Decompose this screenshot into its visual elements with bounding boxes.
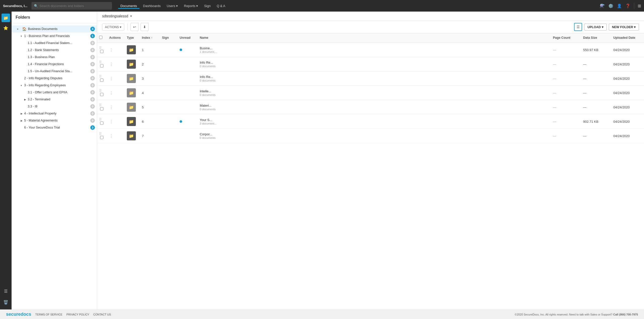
download-button[interactable]: ⬇ [141, 23, 149, 31]
tree-badge: 0 [90, 83, 95, 88]
nav-documents[interactable]: Documents [118, 3, 140, 9]
tree-item[interactable]: ▾ 1 - Business Plan and Financials 1 [12, 32, 97, 39]
tree-badge: 0 [90, 48, 95, 52]
tree-item[interactable]: 2 - Info Regarding Disputes 0 [12, 75, 97, 82]
privacy-link[interactable]: PRIVACY POLICY [66, 313, 89, 316]
row-drag-handle: ⠿ [97, 57, 107, 71]
star-strip-btn[interactable]: ⭐ [2, 24, 10, 32]
row-sign [160, 57, 178, 71]
tree-label: 1.1 - Audited Financial Statem... [28, 41, 90, 45]
tree-toggle: ▾ [17, 28, 21, 30]
col-header-size: Data Size [581, 33, 611, 43]
row-actions[interactable]: ⋮ [107, 100, 125, 114]
tree-item[interactable]: 1.3 - Business Plan 0 [12, 54, 97, 61]
tree-item[interactable]: ▾ 3 - Info Regarding Employees 0 [12, 82, 97, 89]
row-actions[interactable]: ⋮ [107, 86, 125, 100]
undo-button[interactable]: ↩ [131, 23, 139, 31]
row-action-dots[interactable]: ⋮ [109, 91, 113, 95]
copyright-text: ©2020 SecureDocs, Inc. All rights reserv… [515, 313, 612, 316]
row-name-secondary: 0 documents [200, 65, 549, 68]
row-checkbox[interactable] [100, 50, 103, 53]
tree-item[interactable]: 1.5 - Un-Audited Financial Sta... 0 [12, 68, 97, 75]
view-toggle-button[interactable]: ☰ [574, 23, 582, 31]
gear-icon[interactable]: ⚙️ [608, 4, 613, 8]
row-name[interactable]: Materi... 0 documents [198, 100, 551, 114]
help-icon[interactable]: ❓ [625, 4, 630, 8]
row-checkbox[interactable] [100, 136, 103, 139]
nav-reports[interactable]: Reports ▾ [181, 3, 200, 9]
workspace-select[interactable]: sdtestingsalessd ▼ [102, 14, 132, 18]
grid-icon[interactable]: ⊞ [638, 4, 641, 8]
tree-item[interactable]: ▶ 3.2 - Terminated 0 [12, 96, 97, 103]
brand-part2: docs [21, 312, 31, 317]
row-index: 7 [140, 129, 160, 143]
row-name-secondary: 0 documents [200, 108, 549, 111]
contact-link[interactable]: CONTACT US [93, 313, 111, 316]
row-uploaded-date: 04/24/2020 [611, 114, 644, 129]
search-bar[interactable]: 🔍 [31, 2, 112, 10]
col-header-checkbox [97, 33, 107, 43]
search-input[interactable] [39, 4, 109, 8]
folder-icon: 📁 [127, 131, 136, 140]
row-checkbox[interactable] [100, 64, 103, 67]
col-header-index[interactable]: Index ↑ [140, 33, 160, 43]
row-name[interactable]: Your S... 3 document... [198, 114, 551, 129]
trash-strip-btn[interactable]: 🗑️ [2, 298, 10, 306]
row-name[interactable]: Intelle... 0 documents [198, 86, 551, 100]
row-action-dots[interactable]: ⋮ [109, 48, 113, 52]
row-actions[interactable]: ⋮ [107, 71, 125, 86]
row-type: 📁 [125, 114, 140, 129]
select-all-checkbox[interactable] [99, 36, 102, 39]
flask-icon[interactable]: ⚗️ [600, 4, 605, 8]
row-actions[interactable]: ⋮ [107, 57, 125, 71]
row-actions[interactable]: ⋮ [107, 43, 125, 57]
row-actions[interactable]: ⋮ [107, 129, 125, 143]
row-action-dots[interactable]: ⋮ [109, 105, 113, 109]
list-strip-btn[interactable]: ☰ [2, 287, 10, 295]
row-name[interactable]: Busine... 1 document,... [198, 43, 551, 57]
folder-strip-btn[interactable]: 📁 [2, 14, 10, 22]
tree-badge: 1 [90, 34, 95, 38]
tree-item[interactable]: 3.1 - Offer Letters and EPIIA 0 [12, 89, 97, 96]
table-header-row: Actions Type Index ↑ Sign Unread Name Pa… [97, 33, 644, 43]
row-action-dots[interactable]: ⋮ [109, 76, 113, 81]
row-name[interactable]: Info Re... 0 documents [198, 71, 551, 86]
new-folder-button[interactable]: NEW FOLDER ▾ [609, 24, 639, 30]
row-checkbox[interactable] [100, 122, 103, 125]
nav-users[interactable]: Users ▾ [164, 3, 181, 9]
nav-qa[interactable]: Q & A [214, 3, 228, 9]
row-action-dots[interactable]: ⋮ [109, 62, 113, 66]
tree-label: 3.2 - Terminated [28, 98, 90, 101]
row-checkbox[interactable] [100, 107, 103, 110]
nav-sign[interactable]: Sign [202, 3, 213, 9]
col-header-type: Type [125, 33, 140, 43]
nav-dashboards[interactable]: Dashboards [141, 3, 163, 9]
footer-brand: securedocs [6, 312, 31, 317]
row-action-dots[interactable]: ⋮ [109, 119, 113, 124]
terms-link[interactable]: TERMS OF SERVICE [35, 313, 62, 316]
row-action-dots[interactable]: ⋮ [109, 134, 113, 138]
tree-item[interactable]: ▾ 🏠 Business Documents 4 [12, 25, 97, 32]
phone-text: Call (866) 700-7975 [613, 313, 638, 316]
row-uploaded-date: 04/24/2020 [611, 43, 644, 57]
table-row: ⠿ ⋮ 📁 3 Info Re... 0 documents — — 04/24… [97, 71, 644, 86]
actions-button[interactable]: ACTIONS ▾ [102, 24, 124, 30]
row-name[interactable]: Info Re... 0 documents [198, 57, 551, 71]
row-type: 📁 [125, 71, 140, 86]
row-drag-handle: ⠿ [97, 114, 107, 129]
tree-item[interactable]: 6 - Your SecureDocs Trial 3 [12, 124, 97, 131]
tree-item[interactable]: 1.1 - Audited Financial Statem... 0 [12, 39, 97, 47]
row-checkbox[interactable] [100, 93, 103, 96]
row-checkbox[interactable] [100, 78, 103, 82]
user-icon[interactable]: 👤 [617, 4, 622, 8]
row-name[interactable]: Corpor... 0 documents [198, 129, 551, 143]
upload-button[interactable]: UPLOAD ▾ [584, 24, 607, 30]
row-actions[interactable]: ⋮ [107, 114, 125, 129]
tree-item[interactable]: ▶ 5 - Material Agreements 0 [12, 117, 97, 124]
tree-badge: 0 [90, 111, 95, 116]
tree-item[interactable]: 3.3 - i9 0 [12, 103, 97, 110]
row-uploaded-date: 04/24/2020 [611, 100, 644, 114]
tree-item[interactable]: 1.4 - Financial Projections 0 [12, 61, 97, 68]
tree-item[interactable]: ▶ 4 - Intellectual Property 0 [12, 110, 97, 117]
tree-item[interactable]: 1.2 - Bank Statements 0 [12, 47, 97, 54]
